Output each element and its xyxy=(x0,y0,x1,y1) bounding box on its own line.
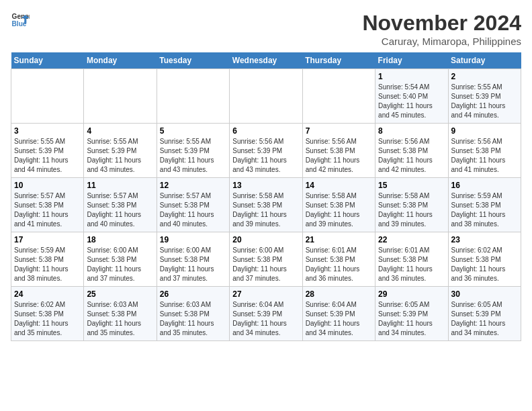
day-number: 10 xyxy=(14,181,81,190)
day-header-saturday: Saturday xyxy=(448,52,521,69)
title-area: November 2024 Caruray, Mimaropa, Philipp… xyxy=(362,11,521,47)
calendar-cell: 26Sunrise: 6:03 AMSunset: 5:38 PMDayligh… xyxy=(157,287,229,341)
calendar-cell: 8Sunrise: 5:56 AMSunset: 5:38 PMDaylight… xyxy=(375,124,448,178)
day-info: Sunrise: 6:01 AMSunset: 5:38 PMDaylight:… xyxy=(306,246,372,283)
day-info: Sunrise: 6:00 AMSunset: 5:38 PMDaylight:… xyxy=(232,246,299,283)
month-title: November 2024 xyxy=(362,11,521,36)
day-info: Sunrise: 5:55 AMSunset: 5:39 PMDaylight:… xyxy=(14,137,81,175)
calendar-cell: 7Sunrise: 5:56 AMSunset: 5:38 PMDaylight… xyxy=(302,124,375,178)
calendar-cell: 28Sunrise: 6:04 AMSunset: 5:39 PMDayligh… xyxy=(302,287,375,341)
day-number: 3 xyxy=(14,126,81,136)
day-number: 16 xyxy=(451,181,518,190)
logo: General Blue xyxy=(11,11,30,30)
day-info: Sunrise: 5:58 AMSunset: 5:38 PMDaylight:… xyxy=(306,191,372,229)
day-number: 20 xyxy=(232,235,299,244)
day-number: 14 xyxy=(306,181,372,190)
day-info: Sunrise: 5:56 AMSunset: 5:38 PMDaylight:… xyxy=(306,137,372,175)
calendar-cell: 13Sunrise: 5:58 AMSunset: 5:38 PMDayligh… xyxy=(230,178,302,232)
header: General Blue November 2024 Caruray, Mima… xyxy=(11,11,521,47)
calendar-cell xyxy=(230,69,302,124)
day-info: Sunrise: 6:02 AMSunset: 5:38 PMDaylight:… xyxy=(14,300,81,338)
day-info: Sunrise: 5:57 AMSunset: 5:38 PMDaylight:… xyxy=(14,191,81,229)
calendar-cell xyxy=(302,69,375,124)
calendar-week-row: 17Sunrise: 5:59 AMSunset: 5:38 PMDayligh… xyxy=(11,232,521,287)
day-number: 27 xyxy=(232,289,299,299)
day-number: 7 xyxy=(306,126,372,136)
day-number: 17 xyxy=(14,235,81,244)
calendar-cell: 4Sunrise: 5:55 AMSunset: 5:39 PMDaylight… xyxy=(84,124,157,178)
calendar-cell: 22Sunrise: 6:01 AMSunset: 5:38 PMDayligh… xyxy=(375,232,448,287)
calendar-cell: 29Sunrise: 6:05 AMSunset: 5:39 PMDayligh… xyxy=(375,287,448,341)
day-header-wednesday: Wednesday xyxy=(230,52,302,69)
calendar-cell: 23Sunrise: 6:02 AMSunset: 5:38 PMDayligh… xyxy=(448,232,521,287)
day-info: Sunrise: 5:55 AMSunset: 5:39 PMDaylight:… xyxy=(87,137,153,175)
day-info: Sunrise: 6:03 AMSunset: 5:38 PMDaylight:… xyxy=(87,300,153,338)
calendar-cell: 19Sunrise: 6:00 AMSunset: 5:38 PMDayligh… xyxy=(157,232,229,287)
day-info: Sunrise: 6:01 AMSunset: 5:38 PMDaylight:… xyxy=(378,246,445,283)
day-number: 5 xyxy=(160,126,226,136)
calendar-cell: 17Sunrise: 5:59 AMSunset: 5:38 PMDayligh… xyxy=(11,232,84,287)
day-info: Sunrise: 5:57 AMSunset: 5:38 PMDaylight:… xyxy=(160,191,226,229)
calendar-cell: 9Sunrise: 5:56 AMSunset: 5:38 PMDaylight… xyxy=(448,124,521,178)
calendar-header-row: SundayMondayTuesdayWednesdayThursdayFrid… xyxy=(11,52,521,69)
day-number: 29 xyxy=(378,289,445,299)
day-info: Sunrise: 5:58 AMSunset: 5:38 PMDaylight:… xyxy=(232,191,299,229)
day-number: 23 xyxy=(451,235,518,244)
day-number: 25 xyxy=(87,289,153,299)
calendar-cell: 1Sunrise: 5:54 AMSunset: 5:40 PMDaylight… xyxy=(375,69,448,124)
day-number: 28 xyxy=(306,289,372,299)
day-header-sunday: Sunday xyxy=(11,52,84,69)
day-number: 18 xyxy=(87,235,153,244)
calendar-cell: 15Sunrise: 5:58 AMSunset: 5:38 PMDayligh… xyxy=(375,178,448,232)
day-number: 8 xyxy=(378,126,445,136)
calendar-week-row: 10Sunrise: 5:57 AMSunset: 5:38 PMDayligh… xyxy=(11,178,521,232)
day-number: 19 xyxy=(160,235,226,244)
calendar-table: SundayMondayTuesdayWednesdayThursdayFrid… xyxy=(11,52,521,341)
day-number: 1 xyxy=(378,72,445,81)
calendar-cell xyxy=(157,69,229,124)
day-number: 30 xyxy=(451,289,518,299)
calendar-body: 1Sunrise: 5:54 AMSunset: 5:40 PMDaylight… xyxy=(11,69,521,341)
day-number: 12 xyxy=(160,181,226,190)
day-number: 9 xyxy=(451,126,518,136)
day-info: Sunrise: 5:56 AMSunset: 5:38 PMDaylight:… xyxy=(451,137,518,175)
calendar-cell xyxy=(11,69,84,124)
logo-icon: General Blue xyxy=(11,11,30,30)
day-number: 15 xyxy=(378,181,445,190)
day-info: Sunrise: 6:05 AMSunset: 5:39 PMDaylight:… xyxy=(451,300,518,338)
day-info: Sunrise: 5:55 AMSunset: 5:39 PMDaylight:… xyxy=(451,83,518,120)
day-number: 6 xyxy=(232,126,299,136)
day-number: 13 xyxy=(232,181,299,190)
calendar-cell: 5Sunrise: 5:55 AMSunset: 5:39 PMDaylight… xyxy=(157,124,229,178)
day-info: Sunrise: 5:54 AMSunset: 5:40 PMDaylight:… xyxy=(378,83,445,120)
day-info: Sunrise: 5:59 AMSunset: 5:38 PMDaylight:… xyxy=(14,246,81,283)
calendar-cell: 20Sunrise: 6:00 AMSunset: 5:38 PMDayligh… xyxy=(230,232,302,287)
day-number: 21 xyxy=(306,235,372,244)
calendar-week-row: 1Sunrise: 5:54 AMSunset: 5:40 PMDaylight… xyxy=(11,69,521,124)
calendar-week-row: 24Sunrise: 6:02 AMSunset: 5:38 PMDayligh… xyxy=(11,287,521,341)
day-number: 11 xyxy=(87,181,153,190)
day-info: Sunrise: 6:04 AMSunset: 5:39 PMDaylight:… xyxy=(232,300,299,338)
calendar-cell: 21Sunrise: 6:01 AMSunset: 5:38 PMDayligh… xyxy=(302,232,375,287)
day-info: Sunrise: 5:55 AMSunset: 5:39 PMDaylight:… xyxy=(160,137,226,175)
day-header-friday: Friday xyxy=(375,52,448,69)
calendar-cell: 11Sunrise: 5:57 AMSunset: 5:38 PMDayligh… xyxy=(84,178,157,232)
day-info: Sunrise: 6:00 AMSunset: 5:38 PMDaylight:… xyxy=(160,246,226,283)
day-number: 2 xyxy=(451,72,518,81)
calendar-cell: 12Sunrise: 5:57 AMSunset: 5:38 PMDayligh… xyxy=(157,178,229,232)
day-header-tuesday: Tuesday xyxy=(157,52,229,69)
calendar-week-row: 3Sunrise: 5:55 AMSunset: 5:39 PMDaylight… xyxy=(11,124,521,178)
day-info: Sunrise: 6:03 AMSunset: 5:38 PMDaylight:… xyxy=(160,300,226,338)
calendar-cell: 10Sunrise: 5:57 AMSunset: 5:38 PMDayligh… xyxy=(11,178,84,232)
day-info: Sunrise: 5:58 AMSunset: 5:38 PMDaylight:… xyxy=(378,191,445,229)
calendar-cell: 27Sunrise: 6:04 AMSunset: 5:39 PMDayligh… xyxy=(230,287,302,341)
calendar-cell: 24Sunrise: 6:02 AMSunset: 5:38 PMDayligh… xyxy=(11,287,84,341)
day-info: Sunrise: 6:00 AMSunset: 5:38 PMDaylight:… xyxy=(87,246,153,283)
calendar-cell: 14Sunrise: 5:58 AMSunset: 5:38 PMDayligh… xyxy=(302,178,375,232)
calendar-cell xyxy=(84,69,157,124)
day-header-thursday: Thursday xyxy=(302,52,375,69)
calendar-cell: 30Sunrise: 6:05 AMSunset: 5:39 PMDayligh… xyxy=(448,287,521,341)
day-number: 4 xyxy=(87,126,153,136)
calendar-cell: 6Sunrise: 5:56 AMSunset: 5:39 PMDaylight… xyxy=(230,124,302,178)
day-info: Sunrise: 6:02 AMSunset: 5:38 PMDaylight:… xyxy=(451,246,518,283)
